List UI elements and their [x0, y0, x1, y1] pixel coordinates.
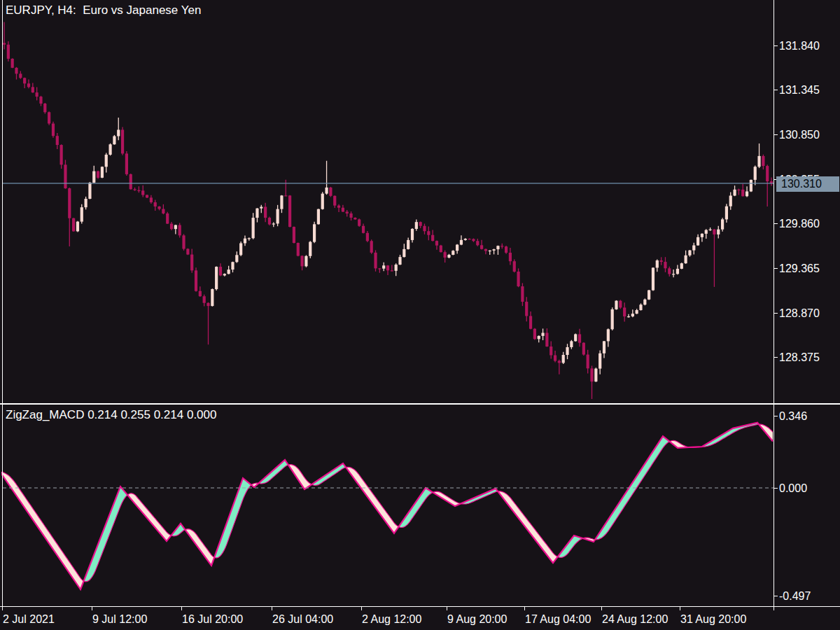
candle-body	[692, 246, 695, 251]
candle-body	[297, 243, 300, 256]
time-axis[interactable]: 2 Jul 20219 Jul 12:0016 Jul 20:0026 Jul …	[2, 606, 746, 625]
candle-body	[509, 253, 512, 261]
candle-body	[570, 341, 573, 347]
candle-body	[468, 239, 471, 239]
candle-body	[554, 355, 556, 360]
candle-body	[480, 245, 483, 248]
candle-body	[3, 43, 6, 44]
price-axis[interactable]: 131.840131.345130.850130.355129.860129.3…	[774, 40, 820, 364]
candle-body	[623, 307, 626, 316]
candle-body	[594, 369, 597, 382]
candle-body	[476, 241, 479, 245]
candle-body	[215, 267, 218, 289]
time-axis-label: 2 Aug 12:00	[362, 613, 422, 625]
candle-body	[358, 219, 360, 225]
candle-body	[101, 167, 104, 178]
candle-body	[48, 112, 50, 123]
candle-body	[235, 255, 238, 262]
candle-body	[203, 296, 206, 303]
candle-body	[725, 206, 728, 220]
candle-body	[578, 334, 581, 342]
candle-body	[721, 219, 724, 229]
candle-body	[72, 218, 75, 232]
candle-body	[64, 164, 66, 188]
indicator-label: ZigZag_MACD 0.214 0.255 0.214 0.000	[6, 408, 216, 422]
candle-body	[15, 68, 18, 74]
mt5-chart-window: 131.840131.345130.850130.355129.860129.3…	[0, 0, 840, 630]
candle-body	[746, 191, 748, 196]
indicator-axis[interactable]: 0.3460.000-0.497	[774, 410, 811, 602]
candle-body	[108, 144, 111, 155]
candle-body	[472, 239, 475, 241]
candle-body	[264, 206, 267, 218]
candle-body	[505, 246, 507, 253]
candle-body	[685, 255, 687, 263]
candle-body	[668, 268, 671, 274]
candle-body	[611, 309, 614, 329]
candle-body	[435, 241, 438, 246]
candle-body	[23, 78, 26, 83]
candle-body	[701, 234, 704, 237]
price-axis-label: 129.860	[779, 218, 820, 230]
candle-body	[415, 222, 418, 229]
candle-body	[349, 214, 352, 218]
candle-body	[85, 199, 88, 207]
candle-body	[231, 262, 234, 270]
candle-body	[766, 166, 769, 181]
candle-body	[529, 316, 532, 328]
candle-body	[178, 225, 181, 236]
candle-body	[664, 262, 666, 268]
candle-body	[541, 332, 544, 335]
indicator-axis-label: 0.346	[779, 410, 807, 422]
candle-body	[754, 167, 757, 180]
candle-body	[672, 274, 675, 274]
macd-fill-rising	[216, 479, 252, 558]
macd-fill-falling	[186, 529, 216, 566]
candle-body	[574, 334, 577, 341]
candle-body	[386, 265, 389, 270]
candle-body	[631, 314, 634, 316]
candle-body	[656, 260, 659, 267]
candle-body	[268, 218, 271, 224]
candle-body	[304, 256, 307, 267]
candle-body	[333, 196, 336, 206]
candle-body	[76, 222, 79, 232]
candle-body	[423, 226, 426, 231]
chart-canvas[interactable]: 131.840131.345130.850130.355129.860129.3…	[0, 0, 840, 630]
candle-body	[276, 209, 279, 224]
candle-body	[370, 241, 373, 253]
candle-body	[627, 316, 630, 317]
candle-body	[36, 92, 38, 97]
candle-body	[615, 301, 617, 309]
candle-body	[337, 206, 340, 208]
candle-body	[300, 255, 303, 266]
candle-body	[92, 172, 95, 183]
candle-body	[7, 45, 10, 59]
time-axis-label: 17 Aug 04:00	[525, 613, 591, 625]
candle-body	[255, 209, 258, 218]
time-axis-label: 31 Aug 20:00	[680, 613, 746, 625]
candle-body	[395, 265, 398, 271]
candle-body	[121, 130, 124, 153]
candle-body	[762, 156, 764, 166]
candle-body	[97, 172, 99, 178]
candle-body	[688, 251, 691, 255]
candle-body	[260, 206, 262, 208]
candle-body	[174, 225, 177, 230]
candle-body	[648, 290, 650, 300]
candle-body	[402, 249, 405, 257]
candle-body	[195, 270, 197, 290]
candle-body	[366, 233, 369, 241]
candle-body	[717, 230, 720, 234]
candle-body	[566, 347, 568, 355]
candle-body	[550, 346, 552, 355]
current-price-label: 130.310	[776, 176, 839, 192]
candle-body	[500, 246, 503, 246]
candle-body	[533, 329, 536, 340]
candle-body	[141, 190, 144, 195]
candle-body	[223, 274, 226, 275]
candle-body	[52, 124, 55, 136]
candle-body	[39, 97, 42, 104]
time-axis-label: 2 Jul 2021	[3, 613, 55, 625]
candle-body	[708, 230, 711, 230]
